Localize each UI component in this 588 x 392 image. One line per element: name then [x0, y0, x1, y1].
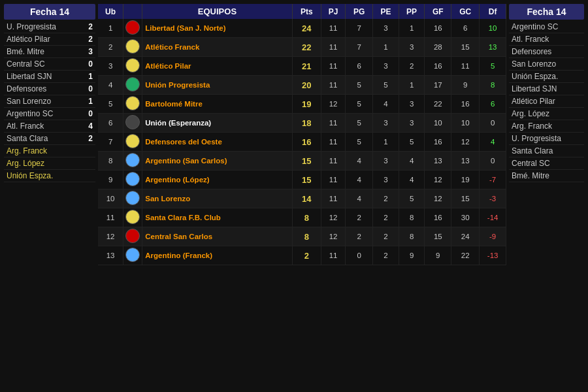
right-team-row: Arg. Franck [509, 120, 584, 133]
left-match-row: Arg. Franck [4, 145, 95, 157]
cell-gc: 15 [451, 189, 480, 208]
cell-df: -3 [480, 189, 506, 208]
cell-gc: 11 [451, 57, 480, 76]
cell-gf: 15 [425, 227, 451, 246]
cell-logo [123, 171, 142, 189]
team-logo-icon [125, 39, 140, 54]
team-logo-icon [125, 96, 140, 110]
left-team-score: 4 [84, 122, 93, 131]
cell-pp: 5 [399, 189, 425, 208]
left-matches-list: U. Progresista2Atlético Pilar2Bmé. Mitre… [4, 21, 95, 182]
cell-gf: 17 [425, 76, 451, 95]
right-team-row: Santa Clara [509, 145, 584, 157]
team-logo-icon [125, 191, 140, 205]
standings-body: 1Libertad (San J. Norte)2411731166102Atl… [98, 19, 506, 265]
right-panel-title: Fecha 14 [509, 4, 584, 20]
cell-pp: 9 [399, 246, 425, 265]
cell-pj: 11 [321, 114, 345, 133]
cell-ub: 10 [98, 189, 123, 208]
table-header-row: Ub EQUIPOS Pts PJ PG PE PP GF GC Df [98, 4, 506, 19]
cell-df: -9 [480, 227, 506, 246]
col-pts: Pts [292, 4, 321, 19]
cell-df: 13 [480, 38, 506, 57]
team-logo-icon [125, 58, 140, 73]
cell-ub: 1 [98, 19, 123, 38]
cell-df: 5 [480, 57, 506, 76]
cell-pp: 3 [399, 95, 425, 114]
cell-gc: 16 [451, 95, 480, 114]
left-match-row: Bmé. Mitre3 [4, 46, 95, 58]
cell-team-name: Defensores del Oeste [142, 133, 292, 152]
right-team-row: Arg. López [509, 108, 584, 120]
left-team-name: Argentino SC [7, 109, 81, 118]
left-match-row: Santa Clara2 [4, 133, 95, 145]
cell-df: -14 [480, 208, 506, 227]
team-logo-icon [125, 248, 140, 262]
cell-gf: 12 [425, 189, 451, 208]
cell-ub: 12 [98, 227, 123, 246]
cell-pg: 2 [346, 227, 373, 246]
cell-pts: 2 [292, 246, 321, 265]
cell-ub: 8 [98, 152, 123, 171]
cell-pts: 8 [292, 227, 321, 246]
left-team-score: 0 [84, 109, 93, 118]
cell-pp: 5 [399, 133, 425, 152]
cell-ub: 6 [98, 114, 123, 133]
cell-gf: 16 [425, 19, 451, 38]
left-team-name: Santa Clara [7, 134, 81, 143]
cell-pg: 5 [346, 133, 373, 152]
left-panel-title: Fecha 14 [4, 4, 95, 20]
table-row: 9Argentino (López)15114341219-7 [98, 171, 506, 189]
left-team-score: 1 [84, 72, 93, 81]
cell-pts: 19 [292, 95, 321, 114]
cell-team-name: Unión (Esperanza) [142, 114, 292, 133]
right-team-row: Argentino SC [509, 21, 584, 33]
table-row: 10San Lorenzo14114251215-3 [98, 189, 506, 208]
cell-team-name: San Lorenzo [142, 189, 292, 208]
team-logo-icon [125, 134, 140, 148]
table-row: 2Atlético Franck2211713281513 [98, 38, 506, 57]
standings-table: Ub EQUIPOS Pts PJ PG PE PP GF GC Df 1Lib… [98, 4, 506, 265]
cell-pe: 3 [373, 57, 399, 76]
left-team-name: Atlético Pilar [7, 35, 81, 44]
right-results-panel: Fecha 14 Argentino SCAtl. FranckDefensor… [509, 4, 584, 388]
table-row: 11Santa Clara F.B. Club8122281630-14 [98, 208, 506, 227]
cell-logo [123, 57, 142, 76]
cell-pe: 2 [373, 208, 399, 227]
left-match-row: Unión Espza. [4, 170, 95, 182]
cell-pj: 12 [321, 95, 345, 114]
cell-pp: 1 [399, 19, 425, 38]
cell-pg: 4 [346, 171, 373, 189]
cell-ub: 9 [98, 171, 123, 189]
cell-ub: 7 [98, 133, 123, 152]
cell-pj: 11 [321, 57, 345, 76]
cell-pts: 16 [292, 133, 321, 152]
cell-pj: 11 [321, 19, 345, 38]
cell-gf: 9 [425, 246, 451, 265]
left-team-name: Arg. López [7, 159, 81, 168]
left-match-row: Argentino SC0 [4, 108, 95, 120]
standings-panel: Ub EQUIPOS Pts PJ PG PE PP GF GC Df 1Lib… [98, 4, 506, 388]
right-team-row: San Lorenzo [509, 58, 584, 71]
cell-pp: 3 [399, 114, 425, 133]
cell-team-name: Argentino (San Carlos) [142, 152, 292, 171]
main-container: Fecha 14 U. Progresista2Atlético Pilar2B… [0, 0, 588, 392]
cell-pts: 24 [292, 19, 321, 38]
cell-pts: 15 [292, 152, 321, 171]
left-team-name: Central SC [7, 59, 81, 69]
cell-pp: 4 [399, 171, 425, 189]
cell-logo [123, 76, 142, 95]
table-row: 3Atlético Pilar211163216115 [98, 57, 506, 76]
left-team-name: Defensores [7, 84, 81, 93]
cell-pe: 2 [373, 227, 399, 246]
cell-pe: 2 [373, 189, 399, 208]
left-match-row: San Lorenzo1 [4, 95, 95, 108]
col-pe: PE [373, 4, 399, 19]
cell-pj: 11 [321, 76, 345, 95]
left-match-row: U. Progresista2 [4, 21, 95, 33]
cell-gf: 28 [425, 38, 451, 57]
col-gc: GC [451, 4, 480, 19]
left-team-score: 0 [84, 84, 93, 93]
right-teams-list: Argentino SCAtl. FranckDefensoresSan Lor… [509, 21, 584, 182]
cell-ub: 11 [98, 208, 123, 227]
